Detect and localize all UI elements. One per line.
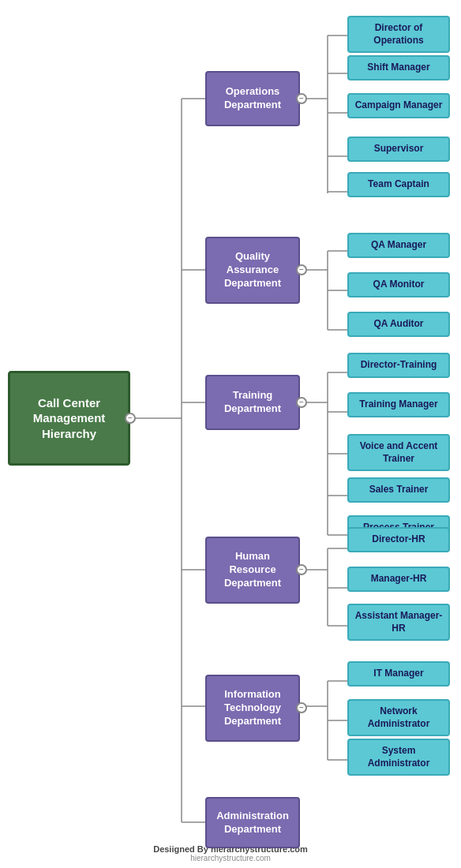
role-qa-auditor: QA Auditor [347,312,450,337]
dept-hr: Human Resource Department [205,537,300,604]
role-supervisor: Supervisor [347,137,450,162]
dept-qa-label: Quality Assurance Department [211,250,294,290]
role-campaign-manager: Campaign Manager [347,93,450,118]
role-director-ops: Director of Operations [347,16,450,53]
dept-admin-label: Administration Department [211,810,294,836]
role-network-admin: Network Administrator [347,699,450,736]
dept-it-label: Information Technology Department [211,688,294,728]
dept-it: Information Technology Department [205,675,300,742]
role-sales-trainer: Sales Trainer [347,477,450,503]
role-director-hr: Director-HR [347,527,450,552]
role-director-training: Director-Training [347,353,450,378]
dept-operations: Operations Department [205,71,300,126]
role-system-admin: System Administrator [347,739,450,776]
role-team-captain: Team Captain [347,172,450,197]
role-training-manager: Training Manager [347,392,450,417]
dept-training: Training Department [205,375,300,430]
footer-line2: hierarchystructure.com [0,854,461,862]
role-manager-hr: Manager-HR [347,567,450,592]
dept-hr-label: Human Resource Department [211,550,294,590]
role-shift-manager: Shift Manager [347,55,450,80]
role-it-manager: IT Manager [347,661,450,687]
role-qa-monitor: QA Monitor [347,272,450,297]
ops-collapse-dot[interactable]: − [296,93,307,104]
root-collapse-dot[interactable]: − [125,413,136,424]
root-node: Call Center Management Hierarchy [8,371,130,466]
root-label: Call Center Management Hierarchy [10,395,128,442]
role-qa-manager: QA Manager [347,233,450,258]
dept-qa: Quality Assurance Department [205,237,300,304]
it-collapse-dot[interactable]: − [296,702,307,713]
qa-collapse-dot[interactable]: − [296,264,307,275]
dept-operations-label: Operations Department [211,85,294,112]
training-collapse-dot[interactable]: − [296,397,307,408]
role-voice-accent: Voice and Accent Trainer [347,434,450,471]
chart-container: Call Center Management Hierarchy − Opera… [0,0,461,47]
role-asst-manager-hr: Assistant Manager-HR [347,604,450,641]
dept-admin: Administration Department [205,797,300,848]
dept-training-label: Training Department [211,389,294,416]
hr-collapse-dot[interactable]: − [296,564,307,575]
